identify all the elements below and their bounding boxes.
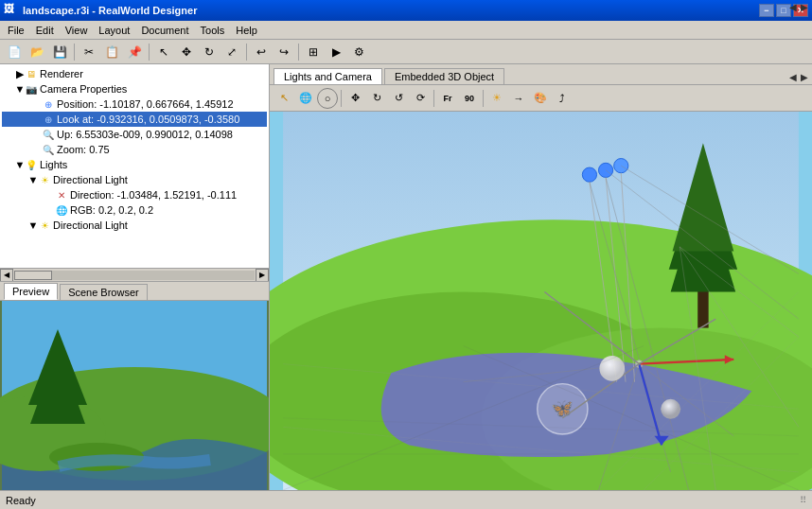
vtb-90[interactable]: 90 — [459, 88, 480, 109]
direction1-icon: ✕ — [55, 188, 68, 202]
toolbar-settings[interactable]: ⚙ — [348, 42, 369, 62]
dir-light1-icon: ☀ — [38, 173, 51, 186]
vtb-texture[interactable]: 🎨 — [530, 88, 551, 109]
panel-nav-left[interactable]: ◀ — [789, 2, 797, 12]
toolbar-scale[interactable]: ⤢ — [221, 42, 242, 62]
toolbar-sep4 — [298, 44, 299, 61]
svg-point-43 — [661, 399, 680, 419]
minimize-button[interactable]: − — [759, 4, 774, 17]
menu-view[interactable]: View — [60, 24, 94, 37]
vtb-move[interactable]: ✥ — [344, 88, 365, 109]
vtb-select[interactable]: ↖ — [274, 88, 294, 109]
tree-rgb1[interactable]: 🌐 RGB: 0.2, 0.2, 0.2 — [2, 202, 267, 218]
expand-camera[interactable]: ▼ — [15, 84, 25, 94]
menu-layout[interactable]: Layout — [93, 24, 135, 37]
tree-camera-properties[interactable]: ▼ 📷 Camera Properties — [2, 81, 267, 97]
status-grip: ⠿ — [800, 495, 806, 505]
tab-embedded-3d[interactable]: Embedded 3D Object — [384, 68, 504, 84]
vtb-sep2 — [433, 90, 434, 107]
vtb-export[interactable]: ⤴ — [552, 88, 573, 109]
vtb-sep1 — [341, 90, 342, 107]
toolbar-paste[interactable]: 📌 — [124, 42, 145, 62]
tree-direction1[interactable]: ✕ Direction: -1.03484, 1.52191, -0.111 — [2, 187, 267, 202]
camera-label: Camera Properties — [40, 83, 127, 95]
lookat-icon: ⊕ — [42, 113, 55, 126]
tree-lookat[interactable]: ⊕ Look at: -0.932316, 0.0509873, -0.3580 — [2, 112, 267, 127]
scroll-left[interactable]: ◀ — [0, 269, 13, 282]
rgb1-label: RGB: 0.2, 0.2, 0.2 — [70, 204, 153, 216]
position-label: Position: -1.10187, 0.667664, 1.45912 — [57, 98, 234, 110]
tree-position[interactable]: ⊕ Position: -1.10187, 0.667664, 1.45912 — [2, 97, 267, 112]
toolbar-render[interactable]: ▶ — [326, 42, 346, 62]
svg-point-22 — [598, 163, 612, 177]
toolbar-cut[interactable]: ✂ — [79, 42, 99, 62]
status-text: Ready — [6, 495, 800, 506]
vtb-front[interactable]: Fr — [437, 88, 458, 109]
scroll-track[interactable] — [14, 271, 255, 280]
expand-dir-light1[interactable]: ▼ — [28, 175, 38, 184]
status-bar: Ready ⠿ — [0, 490, 812, 509]
lookat-label: Look at: -0.932316, 0.0509873, -0.3580 — [57, 114, 239, 125]
toolbar-redo[interactable]: ↪ — [274, 42, 294, 62]
expand-lights[interactable]: ▼ — [15, 160, 25, 169]
tab-lights-camera[interactable]: Lights and Camera — [274, 68, 382, 84]
svg-text:🦋: 🦋 — [551, 397, 574, 419]
tree-dir-light2[interactable]: ▼ ☀ Directional Light — [2, 218, 267, 233]
toolbar-undo[interactable]: ↩ — [251, 42, 272, 62]
tab-preview[interactable]: Preview — [4, 283, 58, 300]
tab-nav-left[interactable]: ◀ — [789, 72, 797, 82]
toolbar-new[interactable]: 📄 — [4, 42, 25, 62]
3d-viewport[interactable]: 🦋 — [270, 112, 812, 490]
toolbar-move[interactable]: ✥ — [176, 42, 197, 62]
menu-bar: File Edit View Layout Document Tools Hel… — [0, 21, 812, 40]
renderer-label: Renderer — [40, 68, 83, 79]
toolbar-open[interactable]: 📂 — [26, 42, 47, 62]
tree-dir-light1[interactable]: ▼ ☀ Directional Light — [2, 172, 267, 187]
left-panel: ▶ 🖥 Renderer ▼ 📷 Camera Properties ⊕ Pos… — [0, 64, 270, 490]
toolbar-grid[interactable]: ⊞ — [303, 42, 324, 62]
vtb-rotate-x[interactable]: ↻ — [366, 88, 387, 109]
preview-content — [0, 301, 269, 490]
expand-dir-light2[interactable]: ▼ — [28, 220, 38, 230]
rgb1-icon: 🌐 — [55, 203, 68, 217]
tree-lights[interactable]: ▼ 💡 Lights — [2, 157, 267, 172]
bottom-panels: Preview Scene Browser ◀ ▶ — [0, 282, 269, 490]
vtb-rotate-y[interactable]: ↺ — [388, 88, 409, 109]
scroll-right[interactable]: ▶ — [256, 269, 269, 282]
svg-point-21 — [582, 167, 596, 182]
vtb-globe[interactable]: 🌐 — [295, 88, 316, 109]
tree-up[interactable]: 🔍 Up: 6.55303e-009, 0.990012, 0.14098 — [2, 127, 267, 142]
toolbar-sep3 — [246, 44, 247, 61]
vtb-rotate-z[interactable]: ⟳ — [410, 88, 431, 109]
vtb-sphere[interactable]: ○ — [317, 88, 338, 109]
zoom-icon: 🔍 — [42, 143, 55, 156]
vtb-sun[interactable]: ☀ — [486, 88, 507, 109]
vtb-arrow[interactable]: → — [508, 88, 529, 109]
menu-edit[interactable]: Edit — [30, 24, 60, 37]
dir-light1-label: Directional Light — [53, 174, 128, 185]
toolbar-pointer[interactable]: ↖ — [153, 42, 174, 62]
tree-scroll[interactable]: ▶ 🖥 Renderer ▼ 📷 Camera Properties ⊕ Pos… — [0, 64, 269, 268]
menu-help[interactable]: Help — [230, 24, 263, 37]
tree-horizontal-scrollbar[interactable]: ◀ ▶ — [0, 268, 269, 281]
panel-nav-right[interactable]: ▶ — [801, 2, 808, 12]
expand-renderer[interactable]: ▶ — [15, 69, 25, 79]
tree-zoom[interactable]: 🔍 Zoom: 0.75 — [2, 142, 267, 157]
vtb-sep3 — [483, 90, 484, 107]
tree-renderer[interactable]: ▶ 🖥 Renderer — [2, 66, 267, 81]
scroll-thumb[interactable] — [14, 271, 52, 280]
menu-file[interactable]: File — [2, 24, 30, 37]
tab-scene-browser[interactable]: Scene Browser — [60, 284, 148, 300]
svg-point-23 — [614, 159, 628, 173]
title-bar: 🖼 landscape.r3i - RealWorld Designer − □… — [0, 0, 812, 21]
menu-document[interactable]: Document — [135, 24, 194, 37]
window-title: landscape.r3i - RealWorld Designer — [23, 5, 759, 16]
tab-nav-right[interactable]: ▶ — [801, 72, 808, 82]
svg-point-42 — [599, 356, 625, 381]
toolbar-save[interactable]: 💾 — [49, 42, 70, 62]
menu-tools[interactable]: Tools — [195, 24, 231, 37]
panel-nav: ◀ ▶ — [789, 2, 808, 12]
toolbar-copy[interactable]: 📋 — [101, 42, 122, 62]
view-tab-nav: ◀ ▶ — [789, 72, 808, 84]
toolbar-rotate[interactable]: ↻ — [199, 42, 220, 62]
